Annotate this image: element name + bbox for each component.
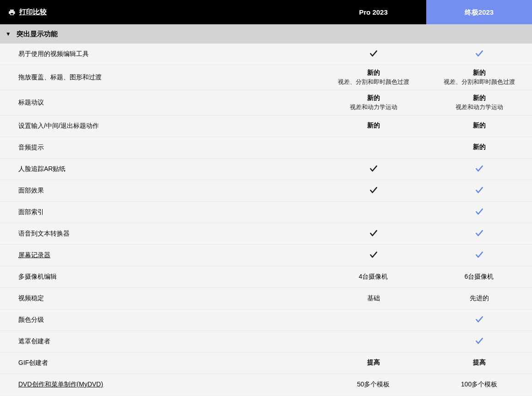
value-ultimate: 先进的: [426, 288, 532, 309]
value-pro: [320, 331, 426, 352]
value-ultimate: [426, 159, 532, 180]
feature-row: 面部索引: [0, 202, 532, 223]
value-pro: [320, 202, 426, 223]
value-pro: 新的: [320, 116, 426, 137]
value-pro: 50多个模板: [320, 374, 426, 395]
value-pro: [320, 137, 426, 158]
check-icon: [475, 164, 484, 175]
value-ultimate: 新的视差、分割和即时颜色过渡: [426, 65, 532, 90]
check-icon: [475, 49, 484, 60]
feature-label: 拖放覆盖、标题、图形和过渡: [0, 65, 320, 90]
value-pro: [320, 309, 426, 330]
feature-row: 遮罩创建者: [0, 331, 532, 352]
value-pro: 新的视差和动力学运动: [320, 90, 426, 115]
feature-label: 颜色分级: [0, 309, 320, 330]
check-icon: [369, 164, 378, 175]
value-ultimate: 100多个模板: [426, 374, 532, 395]
feature-label: 遮罩创建者: [0, 331, 320, 352]
chevron-down-icon: ▼: [5, 31, 11, 37]
feature-row: GIF创建者提高提高: [0, 352, 532, 374]
check-icon: [475, 336, 484, 347]
value-ultimate: 新的: [426, 116, 532, 137]
feature-label: 视频稳定: [0, 288, 320, 309]
section-title: 突出显示功能: [16, 30, 58, 39]
check-icon: [369, 49, 378, 60]
feature-row: 颜色分级: [0, 309, 532, 331]
feature-label: 面部索引: [0, 202, 320, 223]
feature-label[interactable]: 屏幕记录器: [0, 245, 320, 266]
feature-label: 语音到文本转换器: [0, 223, 320, 244]
feature-label: GIF创建者: [0, 352, 320, 374]
print-compare-button[interactable]: 打印比较: [0, 0, 320, 24]
feature-label: 设置输入/中间/退出标题动作: [0, 116, 320, 137]
feature-row: 音频提示新的: [0, 137, 532, 159]
check-icon: [475, 229, 484, 239]
print-label: 打印比较: [19, 8, 47, 17]
value-ultimate: [426, 202, 532, 223]
feature-row: 屏幕记录器: [0, 245, 532, 266]
feature-label: 易于使用的视频编辑工具: [0, 44, 320, 65]
value-ultimate: 6台摄像机: [426, 266, 532, 287]
feature-label: 人脸追踪AR贴纸: [0, 159, 320, 180]
value-pro: 基础: [320, 288, 426, 309]
value-ultimate: [426, 309, 532, 330]
feature-row: 拖放覆盖、标题、图形和过渡新的视差、分割和即时颜色过渡新的视差、分割和即时颜色过…: [0, 65, 532, 90]
print-icon: [8, 9, 16, 16]
feature-label: 面部效果: [0, 180, 320, 201]
check-icon: [369, 186, 378, 196]
value-pro: [320, 223, 426, 244]
section-toggle-highlights[interactable]: ▼ 突出显示功能: [0, 24, 532, 44]
value-ultimate: 提高: [426, 352, 532, 374]
check-icon: [369, 250, 378, 261]
value-pro: [320, 44, 426, 65]
check-icon: [475, 207, 484, 218]
header-row: 打印比较 Pro 2023 终极2023: [0, 0, 532, 24]
check-icon: [475, 186, 484, 196]
value-ultimate: [426, 245, 532, 266]
value-ultimate: 新的: [426, 137, 532, 158]
feature-label: 音频提示: [0, 137, 320, 158]
value-pro: [320, 180, 426, 201]
feature-label[interactable]: DVD创作和菜单制作(MyDVD): [0, 374, 320, 395]
feature-row: 标题动议新的视差和动力学运动新的视差和动力学运动: [0, 90, 532, 116]
feature-row: 语音到文本转换器: [0, 223, 532, 245]
value-ultimate: [426, 44, 532, 65]
value-pro: 4台摄像机: [320, 266, 426, 287]
check-icon: [369, 229, 378, 239]
feature-row: DVD创作和菜单制作(MyDVD)50多个模板100多个模板: [0, 374, 532, 396]
value-ultimate: [426, 331, 532, 352]
check-icon: [475, 250, 484, 261]
feature-label: 多摄像机编辑: [0, 266, 320, 287]
feature-row: 多摄像机编辑4台摄像机6台摄像机: [0, 266, 532, 288]
check-icon: [475, 315, 484, 325]
feature-row: 设置输入/中间/退出标题动作新的新的: [0, 116, 532, 137]
value-ultimate: [426, 223, 532, 244]
value-pro: 新的视差、分割和即时颜色过渡: [320, 65, 426, 90]
feature-row: 面部效果: [0, 180, 532, 202]
feature-row: 视频稳定基础先进的: [0, 288, 532, 309]
value-pro: 提高: [320, 352, 426, 374]
value-pro: [320, 245, 426, 266]
column-header-ultimate: 终极2023: [426, 0, 532, 24]
value-ultimate: 新的视差和动力学运动: [426, 90, 532, 115]
feature-row: 易于使用的视频编辑工具: [0, 44, 532, 65]
value-pro: [320, 159, 426, 180]
value-ultimate: [426, 180, 532, 201]
feature-row: 人脸追踪AR贴纸: [0, 159, 532, 180]
feature-label: 标题动议: [0, 90, 320, 115]
column-header-pro: Pro 2023: [320, 0, 426, 24]
